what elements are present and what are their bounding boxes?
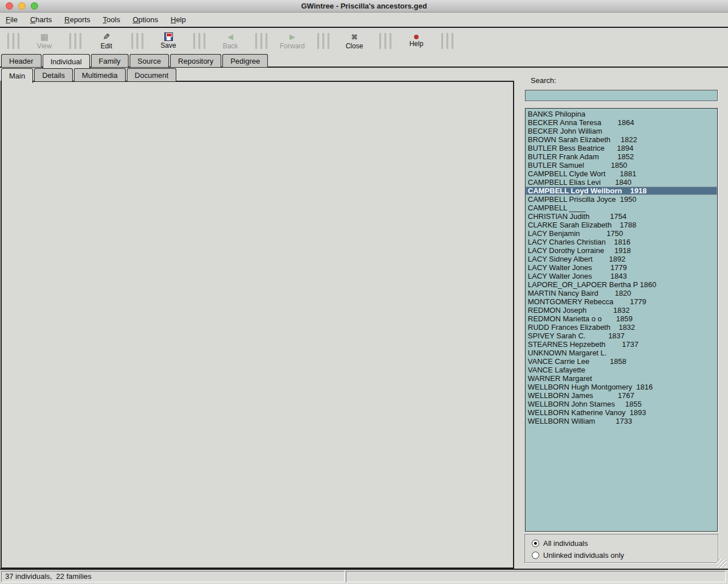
- toolbar-separator: [69, 33, 81, 49]
- list-item[interactable]: CAMPBELL Elias Levi 1840: [526, 178, 717, 187]
- list-item[interactable]: BANKS Philopina: [526, 110, 717, 118]
- toolbar: ▦ View ✎ Edit Save ◀ Back ▶ Forward ✖ Cl…: [0, 29, 728, 53]
- forward-arrow-icon: ▶: [289, 32, 295, 42]
- tab-repository[interactable]: Repository: [170, 54, 221, 67]
- individuals-list[interactable]: BANKS PhilopinaBECKER Anna Teresa 1864BE…: [525, 108, 718, 532]
- list-item[interactable]: LACY Sidney Albert 1892: [526, 255, 717, 263]
- list-item[interactable]: WELLBORN James 1767: [526, 391, 717, 400]
- subtab-details[interactable]: Details: [34, 68, 73, 81]
- primary-tab-bar: Header Individual Family Source Reposito…: [1, 54, 269, 69]
- list-item[interactable]: CAMPBELL Clyde Wort 1881: [526, 169, 717, 178]
- list-item[interactable]: WARNER Margaret: [526, 374, 717, 383]
- menu-charts[interactable]: Charts: [30, 15, 52, 24]
- gwintree-window: GWintree - Priscilla's ancestors.ged Fil…: [0, 0, 728, 584]
- title-bar: GWintree - Priscilla's ancestors.ged: [0, 0, 728, 13]
- list-item[interactable]: WELLBORN John Starnes 1855: [526, 400, 717, 408]
- filter-unlinked-option[interactable]: Unlinked individuals only: [532, 551, 624, 560]
- menu-options[interactable]: Options: [133, 15, 158, 24]
- list-item[interactable]: WELLBORN Hugh Montgomery 1816: [526, 383, 717, 391]
- list-item[interactable]: UNKNOWN Margaret L.: [526, 349, 717, 357]
- list-item[interactable]: REDMON Marietta o o 1859: [526, 314, 717, 323]
- help-lifebuoy-icon: [414, 35, 419, 39]
- subtab-document[interactable]: Document: [127, 68, 176, 81]
- menu-help[interactable]: Help: [171, 15, 186, 24]
- toolbar-separator: [7, 33, 19, 49]
- zoom-window-button[interactable]: [31, 2, 38, 10]
- toolbar-help-button[interactable]: Help: [399, 30, 434, 52]
- filter-box: All individuals Unlinked individuals onl…: [524, 534, 718, 563]
- tab-header[interactable]: Header: [1, 54, 42, 67]
- list-item[interactable]: LACY Walter Jones 1779: [526, 263, 717, 272]
- subtab-multimedia[interactable]: Multimedia: [74, 68, 126, 81]
- list-item[interactable]: CLARKE Sarah Elizabeth 1788: [526, 221, 717, 229]
- tab-individual[interactable]: Individual: [43, 54, 90, 69]
- list-item[interactable]: LACY Charles Christian 1816: [526, 238, 717, 246]
- back-arrow-icon: ◀: [228, 32, 233, 42]
- toolbar-separator: [131, 33, 143, 49]
- list-item[interactable]: REDMON Joseph 1832: [526, 306, 717, 314]
- search-input[interactable]: [525, 90, 718, 101]
- toolbar-save-button[interactable]: Save: [151, 30, 186, 52]
- menu-reports[interactable]: Reports: [64, 15, 90, 24]
- menu-tools[interactable]: Tools: [103, 15, 120, 24]
- list-item[interactable]: CHRISTIAN Judith 1754: [526, 212, 717, 221]
- list-item[interactable]: MONTGOMERY Rebecca 1779: [526, 297, 717, 306]
- tab-family[interactable]: Family: [91, 54, 129, 67]
- list-item[interactable]: BUTLER Frank Adam 1852: [526, 152, 717, 161]
- list-item[interactable]: LACY Benjamin 1750: [526, 229, 717, 238]
- close-x-icon: ✖: [351, 32, 358, 42]
- toolbar-separator: [193, 33, 205, 49]
- list-item[interactable]: CAMPBELL Priscilla Joyce 1950: [526, 195, 717, 204]
- list-item[interactable]: BUTLER Bess Beatrice 1894: [526, 144, 717, 152]
- list-item[interactable]: BECKER John William: [526, 127, 717, 135]
- toolbar-separator: [255, 33, 267, 49]
- view-grid-icon: ▦: [40, 32, 48, 42]
- list-item[interactable]: STEARNES Hepzebeth 1737: [526, 340, 717, 349]
- search-label: Search:: [531, 76, 556, 85]
- tab-source[interactable]: Source: [130, 54, 169, 67]
- list-item[interactable]: WELLBORN William 1733: [526, 417, 717, 425]
- minimize-window-button[interactable]: [18, 2, 26, 10]
- toolbar-back-button[interactable]: ◀ Back: [213, 30, 248, 52]
- menu-bar: File Charts Reports Tools Options Help: [0, 13, 728, 28]
- window-title: GWintree - Priscilla's ancestors.ged: [301, 2, 427, 10]
- edit-pencil-icon: ✎: [103, 32, 110, 42]
- toolbar-separator: [317, 33, 329, 49]
- subtab-main[interactable]: Main: [1, 68, 33, 83]
- menu-file[interactable]: File: [6, 15, 18, 24]
- list-item[interactable]: VANCE Lafayette: [526, 366, 717, 374]
- tab-pedigree[interactable]: Pedigree: [222, 54, 268, 67]
- list-item[interactable]: BUTLER Samuel 1850: [526, 161, 717, 169]
- close-window-button[interactable]: [6, 2, 13, 10]
- list-item[interactable]: CAMPBELL Loyd Wellborn 1918: [526, 187, 717, 195]
- list-item[interactable]: VANCE Carrie Lee 1858: [526, 357, 717, 366]
- status-bar: 37 individuals, 22 families: [0, 570, 728, 584]
- list-item[interactable]: LACY Walter Jones 1843: [526, 272, 717, 280]
- individual-main-panel: [1, 81, 514, 569]
- list-item[interactable]: BROWN Sarah Elizabeth 1822: [526, 135, 717, 144]
- list-item[interactable]: RUDD Frances Elizabeth 1832: [526, 323, 717, 332]
- toolbar-separator: [379, 33, 391, 49]
- list-item[interactable]: BECKER Anna Teresa 1864: [526, 118, 717, 127]
- toolbar-separator: [441, 33, 453, 49]
- list-item[interactable]: SPIVEY Sarah C. 1837: [526, 332, 717, 340]
- save-floppy-icon: [164, 32, 173, 41]
- list-item[interactable]: CAMPBELL ____: [526, 204, 717, 212]
- toolbar-view-button[interactable]: ▦ View: [27, 30, 62, 52]
- filter-all-option[interactable]: All individuals: [532, 539, 588, 548]
- toolbar-close-button[interactable]: ✖ Close: [337, 30, 372, 52]
- list-item[interactable]: MARTIN Nancy Baird 1820: [526, 289, 717, 297]
- list-item[interactable]: WELLBORN Katherine Vanoy 1893: [526, 408, 717, 417]
- status-text: 37 individuals, 22 families: [1, 571, 345, 582]
- list-item[interactable]: LAPORE_OR_LAPOER Bertha P 1860: [526, 280, 717, 289]
- toolbar-edit-button[interactable]: ✎ Edit: [89, 30, 124, 52]
- radio-all-individuals-icon[interactable]: [532, 540, 539, 547]
- resize-grip[interactable]: [717, 559, 727, 568]
- secondary-tab-bar: Main Details Multimedia Document: [1, 68, 177, 83]
- toolbar-forward-button[interactable]: ▶ Forward: [275, 30, 310, 52]
- list-item[interactable]: LACY Dorothy Lorraine 1918: [526, 246, 717, 255]
- radio-unlinked-icon[interactable]: [532, 552, 539, 559]
- status-box-secondary: [346, 571, 726, 582]
